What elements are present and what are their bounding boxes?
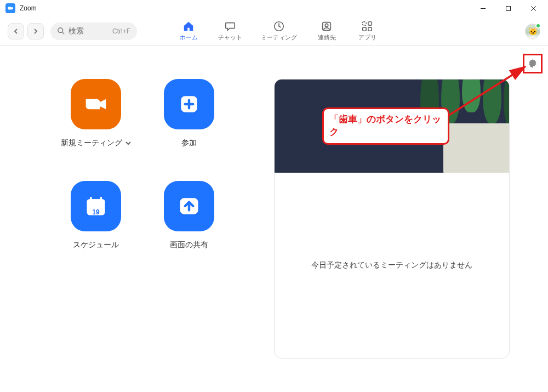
contacts-icon (321, 20, 333, 32)
tab-home[interactable]: ホーム (178, 20, 199, 42)
tab-home-label: ホーム (180, 33, 198, 42)
new-meeting-item: 新規ミーティング (49, 79, 142, 148)
gear-icon (527, 58, 538, 69)
tab-bar: ホーム チャット ミーティング 連絡先 アプリ (178, 20, 522, 42)
search-icon (57, 27, 65, 35)
share-screen-label: 画面の共有 (170, 240, 208, 250)
svg-point-8 (325, 24, 328, 27)
svg-rect-11 (363, 27, 366, 31)
callout-text: 「歯車」のボタンをクリック (329, 113, 442, 139)
search-placeholder: 検索 (68, 26, 84, 36)
chevron-down-icon[interactable] (125, 140, 131, 146)
home-actions: 新規ミーティング 参加 19 スケジュール (0, 46, 247, 392)
search-input[interactable]: 検索 Ctrl+F (50, 22, 137, 40)
new-meeting-label: 新規ミーティング (61, 138, 122, 148)
window-title: Zoom (20, 4, 37, 12)
tab-apps[interactable]: アプリ (356, 20, 378, 42)
tab-contacts-label: 連絡先 (318, 33, 336, 42)
share-screen-item: 画面の共有 (142, 181, 236, 250)
svg-rect-12 (368, 27, 372, 31)
video-icon (84, 92, 108, 116)
svg-rect-1 (506, 6, 510, 10)
svg-point-4 (58, 28, 63, 33)
join-item: 参加 (142, 79, 236, 148)
tab-meetings-label: ミーティング (261, 33, 297, 42)
maximize-button[interactable] (495, 0, 521, 16)
share-screen-button[interactable] (164, 181, 214, 231)
apps-icon (361, 20, 373, 32)
close-button[interactable] (521, 0, 546, 16)
annotation-callout: 「歯車」のボタンをクリック (322, 107, 449, 145)
tab-apps-label: アプリ (358, 33, 376, 42)
no-meeting-text: 今日予定されているミーティングはありません (275, 173, 509, 358)
tab-meetings[interactable]: ミーティング (261, 20, 297, 42)
schedule-button[interactable]: 19 (71, 181, 121, 231)
user-avatar[interactable]: 🐱 (525, 24, 540, 39)
tab-chat[interactable]: チャット (218, 20, 242, 42)
home-icon (182, 20, 195, 32)
status-online-icon (535, 23, 541, 29)
calendar-day: 19 (92, 208, 99, 216)
svg-rect-15 (87, 199, 105, 204)
svg-rect-9 (363, 22, 366, 25)
minimize-button[interactable] (470, 0, 495, 16)
plus-icon (177, 92, 201, 116)
join-label: 参加 (181, 138, 197, 148)
chat-icon (224, 20, 236, 32)
svg-line-5 (62, 32, 64, 34)
titlebar: Zoom (0, 0, 548, 16)
content-area: 新規ミーティング 参加 19 スケジュール (0, 46, 548, 392)
join-button[interactable] (164, 79, 214, 129)
svg-rect-10 (368, 22, 372, 25)
nav-back-button[interactable] (8, 23, 24, 39)
tab-chat-label: チャット (218, 33, 242, 42)
schedule-item: 19 スケジュール (49, 181, 142, 250)
toolbar: 検索 Ctrl+F ホーム チャット ミーティング 連絡先 アプリ 🐱 (0, 16, 548, 46)
schedule-label: スケジュール (73, 240, 119, 250)
new-meeting-button[interactable] (71, 79, 121, 129)
nav-forward-button[interactable] (27, 23, 44, 39)
search-shortcut: Ctrl+F (112, 27, 130, 35)
share-up-icon (177, 194, 201, 218)
tab-contacts[interactable]: 連絡先 (316, 20, 338, 42)
clock-icon (273, 20, 285, 32)
zoom-logo-icon (5, 3, 15, 13)
settings-button[interactable] (523, 54, 543, 73)
